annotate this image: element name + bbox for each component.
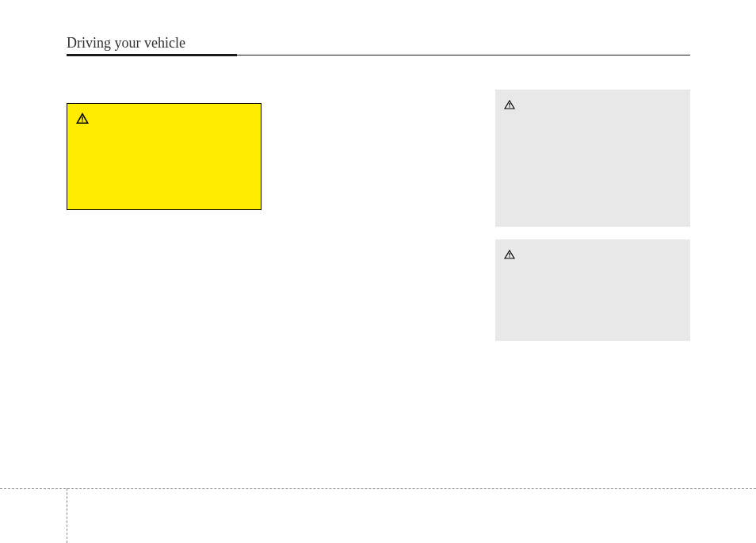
page-header: Driving your vehicle	[67, 35, 690, 56]
caution-box-1	[495, 90, 690, 227]
svg-rect-5	[509, 256, 510, 257]
warning-icon	[504, 98, 515, 108]
page-title: Driving your vehicle	[67, 35, 690, 54]
svg-rect-4	[509, 253, 510, 256]
svg-rect-1	[82, 120, 82, 121]
warning-icon	[504, 248, 515, 258]
warning-icon	[76, 113, 89, 124]
warning-box-yellow	[67, 103, 262, 210]
caution-box-2	[495, 239, 690, 341]
underline-thick	[67, 54, 237, 56]
svg-rect-3	[509, 106, 510, 107]
title-underline	[67, 54, 690, 56]
svg-rect-2	[509, 103, 510, 106]
footer-crop-line-vertical	[67, 488, 67, 543]
footer-crop-line-horizontal	[0, 488, 756, 489]
svg-rect-0	[82, 117, 82, 120]
